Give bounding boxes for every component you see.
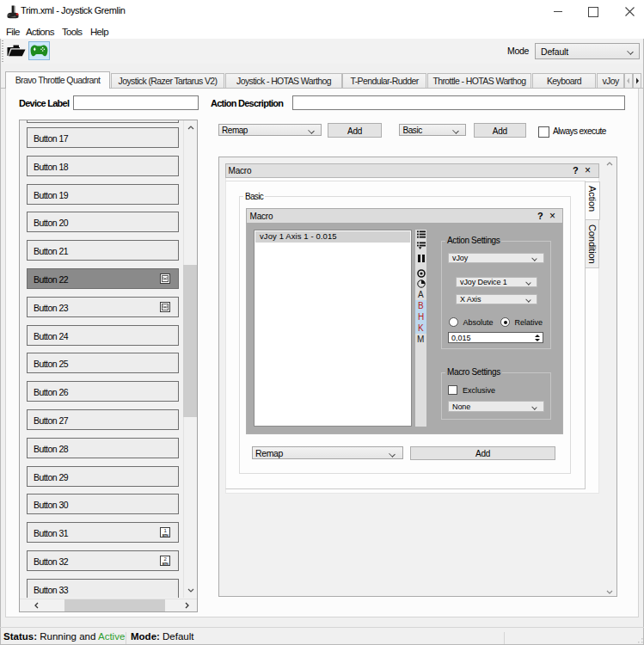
svg-text:BTN: BTN: [163, 562, 169, 566]
svg-text:BTN: BTN: [163, 533, 169, 538]
